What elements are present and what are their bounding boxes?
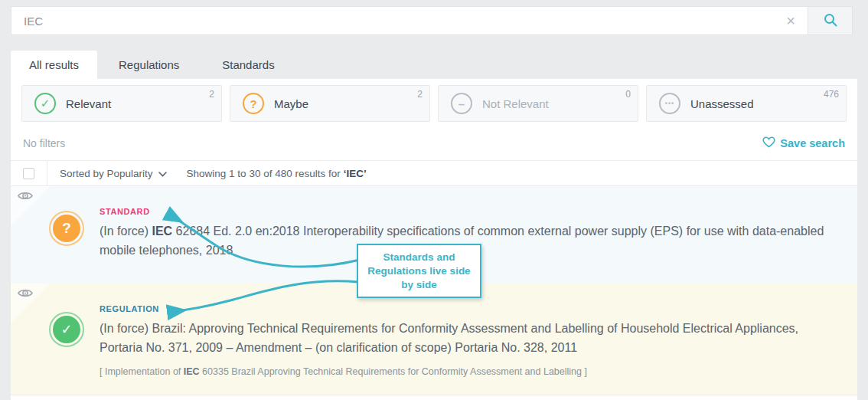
- sort-dropdown[interactable]: Sorted by Popularity: [47, 161, 167, 185]
- unassessed-ellipsis-icon: •••: [659, 93, 680, 114]
- tab-standards[interactable]: Standards: [201, 51, 295, 79]
- filter-count: 2: [417, 89, 423, 100]
- select-all-cell: [11, 161, 47, 185]
- save-search-button[interactable]: Save search: [762, 136, 845, 150]
- save-search-label: Save search: [780, 137, 845, 149]
- filter-label: Not Relevant: [482, 97, 549, 110]
- assessment-badge-maybe[interactable]: ?: [49, 211, 84, 246]
- filter-label: Maybe: [274, 97, 308, 110]
- search-input[interactable]: [11, 7, 774, 34]
- filter-label: Relevant: [66, 97, 111, 110]
- sort-row: Sorted by Popularity Showing 1 to 30 of …: [11, 160, 857, 186]
- filter-card-relevant[interactable]: ✓ Relevant 2: [21, 85, 222, 122]
- standard-type-label: STANDARD: [100, 207, 842, 216]
- eye-icon[interactable]: [17, 190, 34, 205]
- assessment-filter-row: ✓ Relevant 2 ? Maybe 2 – Not Relevant 0 …: [11, 79, 857, 126]
- filter-card-not-relevant[interactable]: – Not Relevant 0: [438, 85, 638, 122]
- not-relevant-minus-icon: –: [451, 93, 472, 114]
- regulation-type-label: REGULATION: [100, 304, 842, 313]
- select-all-checkbox[interactable]: [23, 168, 34, 179]
- annotation-callout: Standards and Regulations live side by s…: [357, 244, 481, 298]
- results-panel: ✓ Relevant 2 ? Maybe 2 – Not Relevant 0 …: [11, 79, 857, 400]
- filter-count: 0: [625, 89, 631, 100]
- filter-count: 2: [209, 89, 214, 100]
- filter-card-unassessed[interactable]: ••• Unassessed 476: [646, 85, 847, 122]
- maybe-question-icon: ?: [243, 93, 264, 114]
- results-count-text: Showing 1 to 30 of 480 results for‘IEC’: [187, 161, 367, 185]
- query-text: ‘IEC’: [344, 168, 367, 179]
- filter-card-maybe[interactable]: ? Maybe 2: [230, 85, 430, 122]
- filter-label: Unassessed: [690, 97, 754, 110]
- results-tabs: All results Regulations Standards: [11, 51, 296, 79]
- tab-all-results[interactable]: All results: [11, 51, 97, 79]
- filter-summary-row: No filters Save search: [11, 126, 857, 160]
- implementation-reference: [ Implementation of IEC 60335 Brazil App…: [100, 366, 842, 377]
- tab-regulations[interactable]: Regulations: [97, 51, 201, 79]
- clear-search-icon[interactable]: ×: [774, 7, 808, 34]
- eye-icon[interactable]: [17, 287, 34, 302]
- question-badge-icon: ?: [53, 215, 80, 242]
- no-filters-label: No filters: [23, 137, 65, 149]
- assessment-badge-relevant[interactable]: ✓: [49, 312, 84, 347]
- next-result-strip: [11, 395, 857, 400]
- relevant-check-icon: ✓: [34, 93, 56, 114]
- callout-text: Standards and Regulations live side by s…: [366, 251, 472, 292]
- chevron-down-icon: [158, 168, 167, 179]
- result-row-regulation[interactable]: ✓ REGULATION (In force) Brazil: Approvin…: [11, 284, 857, 395]
- sort-dropdown-label: Sorted by Popularity: [60, 168, 153, 179]
- search-bar: ×: [11, 6, 853, 35]
- check-badge-icon: ✓: [53, 316, 80, 343]
- search-button[interactable]: [808, 7, 852, 34]
- search-icon: [823, 12, 838, 30]
- filter-count: 476: [824, 89, 839, 100]
- heart-icon: [762, 136, 775, 150]
- result-title[interactable]: (In force) Brazil: Approving Technical R…: [100, 319, 842, 357]
